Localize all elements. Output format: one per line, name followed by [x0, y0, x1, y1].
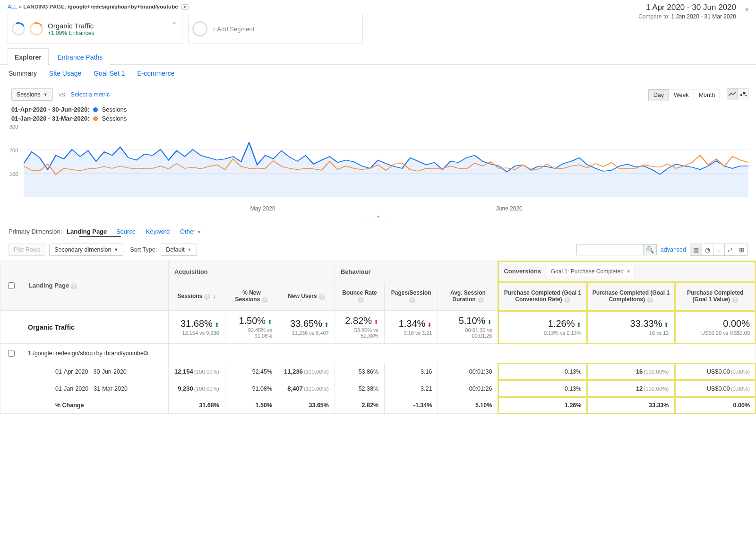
tab-entrance-paths[interactable]: Entrance Paths — [50, 48, 110, 65]
help-icon[interactable]: ? — [647, 297, 653, 303]
breadcrumb-path: /google+redesign/shop+by+brand/youtube — [68, 4, 178, 9]
table-row: 01-Jan-2020 - 31-Mar-2020 9,230(100.00%)… — [0, 380, 756, 397]
segment-title: Organic Traffic — [48, 22, 94, 30]
chevron-down-icon[interactable]: ⌄ — [171, 17, 177, 26]
circle-icon — [192, 21, 207, 36]
arrow-up-icon: ⬆ — [374, 319, 378, 325]
date-range-picker[interactable]: 1 Apr 2020 - 30 Jun 2020 Compare to: 1 J… — [638, 2, 748, 20]
caret-down-icon: ▾ — [745, 6, 748, 13]
dim-keyword[interactable]: Keyword — [146, 228, 170, 235]
col-goal-completions[interactable]: Purchase Completed (Goal 1 Completions)? — [587, 282, 675, 311]
bar-view-icon[interactable]: ≡ — [713, 244, 724, 255]
dim-other[interactable]: Other ▼ — [180, 228, 201, 235]
group-acquisition: Acquisition — [169, 261, 335, 282]
table-row: % Change 31.68% 1.50% 33.65% 2.82% -1.34… — [0, 397, 756, 414]
help-icon[interactable]: ? — [564, 297, 570, 303]
advanced-link[interactable]: advanced — [661, 246, 686, 253]
chart-type-toggle — [727, 88, 748, 100]
subtab-ecommerce[interactable]: E-commerce — [137, 70, 174, 77]
donut-icon — [10, 20, 27, 37]
col-goal-rate[interactable]: Purchase Completed (Goal 1 Conversion Ra… — [498, 282, 587, 311]
dot-icon — [93, 116, 98, 121]
col-bounce[interactable]: Bounce Rate? — [335, 282, 384, 311]
svg-point-1 — [743, 92, 746, 95]
add-segment-button[interactable]: + Add Segment — [188, 14, 363, 44]
chart-legend: 01-Apr-2020 - 30-Jun-2020:Sessions 01-Ja… — [0, 103, 756, 126]
help-icon[interactable]: ? — [204, 294, 210, 300]
arrow-up-icon: ⬆ — [324, 322, 329, 328]
dim-landing-page[interactable]: Landing Page — [67, 228, 107, 235]
col-pct-new[interactable]: % New Sessions? — [225, 282, 278, 311]
segment-organic-traffic[interactable]: Organic Traffic +1.09% Entrances ⌄ — [8, 14, 182, 44]
expand-chart-handle[interactable]: ▾ — [365, 214, 391, 221]
sort-type-dropdown[interactable]: Default▼ — [161, 244, 197, 256]
svg-point-0 — [740, 94, 742, 96]
table-row: 1./google+redesign/shop+by+brand/youtube… — [0, 344, 756, 363]
arrow-up-icon: ⬆ — [215, 322, 219, 328]
col-landing-page: Landing Page? — [22, 261, 169, 311]
svg-point-2 — [745, 95, 747, 96]
subtab-goal-set[interactable]: Goal Set 1 — [94, 70, 125, 77]
dot-icon — [93, 107, 98, 112]
table-view-icon[interactable]: ▦ — [690, 244, 702, 255]
line-chart-icon[interactable] — [727, 88, 738, 100]
caret-down-icon: ▼ — [43, 92, 48, 97]
motion-chart-icon[interactable] — [738, 88, 748, 100]
sessions-chart: 300 200 100 — [9, 126, 748, 205]
subtab-summary[interactable]: Summary — [9, 70, 37, 77]
search-input[interactable] — [577, 245, 643, 255]
granularity-month[interactable]: Month — [694, 89, 721, 101]
plot-rows-button: Plot Rows — [9, 244, 45, 256]
segment-subtext: +1.09% Entrances — [48, 30, 94, 36]
col-pps[interactable]: Pages/Session? — [385, 282, 438, 311]
help-icon[interactable]: ? — [409, 297, 415, 303]
summary-row: Organic Traffic 31.68%⬆12,154 vs 9,230 1… — [0, 311, 756, 344]
time-granularity-toggle: Day Week Month — [648, 89, 721, 101]
breadcrumb[interactable]: ALL » LANDING PAGE: /google+redesign/sho… — [8, 2, 363, 14]
col-goal-value[interactable]: Purchase Completed (Goal 1 Value)? — [675, 282, 756, 311]
row-checkbox[interactable] — [8, 350, 15, 357]
arrow-up-icon: ⬆ — [487, 319, 492, 325]
arrow-up-icon: ⬆ — [664, 322, 669, 328]
subtab-site-usage[interactable]: Site Usage — [49, 70, 81, 77]
arrow-up-icon: ⬆ — [576, 322, 581, 328]
granularity-week[interactable]: Week — [669, 89, 694, 101]
secondary-dimension-dropdown[interactable]: Secondary dimension▼ — [49, 244, 123, 256]
table-row: 01-Apr-2020 - 30-Jun-2020 12,154(100.00%… — [0, 363, 756, 380]
col-sessions[interactable]: Sessions?↓ — [169, 282, 225, 311]
help-icon[interactable]: ? — [358, 297, 364, 303]
dim-source[interactable]: Source — [116, 228, 136, 235]
goal-selector[interactable]: Goal 1: Purchase Completed▼ — [547, 266, 635, 277]
select-metric-link[interactable]: Select a metric — [71, 91, 110, 98]
help-icon[interactable]: ? — [732, 297, 738, 303]
help-icon[interactable]: ? — [478, 297, 484, 303]
metric-selector[interactable]: Sessions▼ — [11, 88, 53, 101]
pie-view-icon[interactable]: ◔ — [702, 244, 713, 255]
landing-page-link[interactable]: /google+redesign/shop+by+brand/youtube — [33, 350, 144, 357]
help-icon[interactable]: ? — [319, 294, 325, 300]
breadcrumb-all[interactable]: ALL — [8, 4, 17, 9]
table-view-toggle: ▦ ◔ ≡ ⇄ ⊞ — [690, 244, 747, 256]
arrow-down-icon: ⬇ — [427, 322, 432, 328]
tab-explorer[interactable]: Explorer — [8, 48, 49, 65]
date-range: 1 Apr 2020 - 30 Jun 2020 — [638, 3, 736, 12]
pivot-view-icon[interactable]: ⊞ — [736, 244, 747, 255]
col-new-users[interactable]: New Users? — [278, 282, 335, 311]
data-table: Landing Page? Acquisition Behaviour Conv… — [0, 261, 756, 414]
arrow-up-icon: ⬆ — [267, 319, 272, 325]
x-tick: May 2020 — [250, 205, 275, 212]
open-link-icon[interactable]: ⧉ — [144, 350, 148, 357]
help-icon[interactable]: ? — [262, 297, 268, 303]
granularity-day[interactable]: Day — [648, 89, 669, 101]
breadcrumb-dropdown[interactable]: ▾ — [181, 4, 189, 10]
col-duration[interactable]: Avg. Session Duration? — [438, 282, 498, 311]
table-search: 🔍 — [576, 244, 657, 255]
select-all-checkbox[interactable] — [8, 282, 15, 289]
comparison-view-icon[interactable]: ⇄ — [724, 244, 736, 255]
sort-desc-icon: ↓ — [213, 293, 216, 299]
x-tick: June 2020 — [496, 205, 523, 212]
svg-marker-3 — [24, 142, 748, 197]
search-icon[interactable]: 🔍 — [643, 245, 656, 255]
help-icon[interactable]: ? — [71, 283, 77, 289]
donut-icon — [28, 20, 45, 37]
